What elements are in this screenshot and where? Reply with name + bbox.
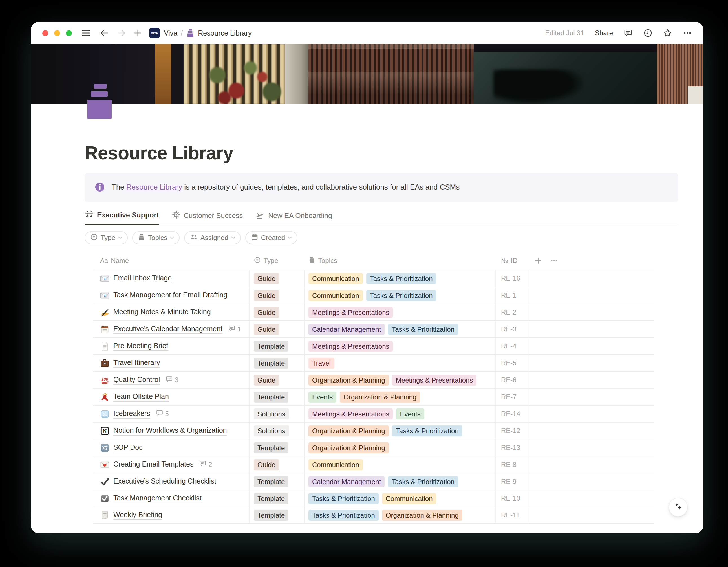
- row-id[interactable]: RE-13: [496, 440, 528, 456]
- topic-tag[interactable]: Meetings & Presentations: [392, 375, 476, 386]
- type-cell[interactable]: Template: [250, 440, 305, 456]
- row-title-link[interactable]: SOP Doc: [113, 443, 143, 453]
- row-title-link[interactable]: Travel Itinerary: [113, 359, 160, 368]
- minimize-window-button[interactable]: [54, 30, 60, 36]
- row-title-link[interactable]: Email Inbox Triage: [113, 274, 172, 283]
- zoom-window-button[interactable]: [66, 30, 72, 36]
- type-cell[interactable]: Guide: [250, 456, 305, 473]
- table-row[interactable]: Weekly Briefing Template Tasks & Priorit…: [93, 507, 654, 524]
- row-title-link[interactable]: Weekly Briefing: [113, 511, 162, 520]
- row-title-link[interactable]: Notion for Workflows & Organization: [113, 426, 227, 436]
- topic-tag[interactable]: Tasks & Prioritization: [308, 493, 379, 504]
- row-id[interactable]: RE-1: [496, 287, 528, 304]
- topic-tag[interactable]: Organization & Planning: [308, 442, 389, 453]
- table-row[interactable]: E Email Inbox Triage Guide Communication…: [93, 270, 654, 287]
- topic-tag[interactable]: Tasks & Prioritization: [366, 273, 436, 284]
- row-title-link[interactable]: Task Management Checklist: [113, 494, 202, 503]
- topics-cell[interactable]: Meetings & PresentationsEvents: [305, 406, 496, 422]
- topic-tag[interactable]: Tasks & Prioritization: [392, 425, 462, 436]
- table-options-icon[interactable]: [550, 257, 558, 264]
- topics-cell[interactable]: CommunicationTasks & Prioritization: [305, 270, 496, 287]
- filter-created[interactable]: Created: [245, 231, 297, 244]
- row-id[interactable]: RE-7: [496, 389, 528, 405]
- forward-arrow-icon[interactable]: [117, 29, 125, 37]
- topic-tag[interactable]: Communication: [308, 459, 363, 470]
- topics-cell[interactable]: EventsOrganization & Planning: [305, 389, 496, 405]
- type-cell[interactable]: Template: [250, 507, 305, 523]
- type-tag[interactable]: Template: [254, 476, 288, 487]
- type-cell[interactable]: Template: [250, 389, 305, 405]
- topic-tag[interactable]: Tasks & Prioritization: [388, 324, 458, 335]
- sidebar-toggle-icon[interactable]: [82, 30, 91, 36]
- topic-tag[interactable]: Organization & Planning: [340, 392, 420, 403]
- type-cell[interactable]: Guide: [250, 287, 305, 304]
- topic-tag[interactable]: Organization & Planning: [382, 510, 462, 521]
- share-button[interactable]: Share: [595, 29, 613, 37]
- row-id[interactable]: RE-8: [496, 456, 528, 473]
- type-tag[interactable]: Template: [254, 392, 288, 403]
- topics-cell[interactable]: Meetings & Presentations: [305, 304, 496, 321]
- column-header-name[interactable]: Aa Name: [93, 251, 250, 270]
- topics-cell[interactable]: Organization & Planning: [305, 440, 496, 456]
- topics-cell[interactable]: Calendar ManagementTasks & Prioritizatio…: [305, 321, 496, 338]
- resource-library-link[interactable]: Resource Library: [126, 183, 182, 191]
- row-title-link[interactable]: Executive’s Scheduling Checklist: [113, 477, 216, 486]
- type-tag[interactable]: Solutions: [254, 409, 289, 420]
- topics-cell[interactable]: Tasks & PrioritizationOrganization & Pla…: [305, 507, 496, 523]
- row-title-link[interactable]: Meeting Notes & Minute Taking: [113, 308, 211, 317]
- table-row[interactable]: Icebreakers 5 Solutions Meetings & Prese…: [93, 405, 654, 422]
- table-row[interactable]: Travel Itinerary Template Travel RE-5: [93, 354, 654, 371]
- row-title-link[interactable]: Quality Control: [113, 376, 160, 385]
- topics-cell[interactable]: Tasks & PrioritizationCommunication: [305, 490, 496, 507]
- type-tag[interactable]: Template: [254, 493, 288, 504]
- row-id[interactable]: RE-9: [496, 473, 528, 490]
- type-tag[interactable]: Guide: [254, 290, 279, 301]
- new-tab-plus-icon[interactable]: [134, 29, 142, 37]
- topic-tag[interactable]: Communication: [308, 273, 363, 284]
- column-header-id[interactable]: № ID: [496, 251, 528, 270]
- type-tag[interactable]: Guide: [254, 273, 279, 284]
- row-title-link[interactable]: Icebreakers: [113, 409, 150, 419]
- row-id[interactable]: RE-3: [496, 321, 528, 338]
- type-cell[interactable]: Template: [250, 490, 305, 507]
- comment-badge[interactable]: 2: [199, 460, 212, 469]
- type-tag[interactable]: Guide: [254, 459, 279, 470]
- type-tag[interactable]: Guide: [254, 375, 279, 386]
- row-id[interactable]: RE-11: [496, 507, 528, 523]
- table-row[interactable]: N Notion for Workflows & Organization So…: [93, 422, 654, 439]
- add-column-plus-icon[interactable]: [535, 257, 542, 264]
- comment-badge[interactable]: 1: [228, 325, 241, 334]
- topic-tag[interactable]: Calendar Management: [308, 476, 385, 487]
- type-tag[interactable]: Guide: [254, 324, 279, 335]
- row-title-link[interactable]: Team Offsite Plan: [113, 392, 169, 402]
- row-title-link[interactable]: Pre-Meeting Brief: [113, 342, 168, 351]
- topics-cell[interactable]: Communication: [305, 456, 496, 473]
- topics-cell[interactable]: Organization & PlanningMeetings & Presen…: [305, 372, 496, 388]
- topic-tag[interactable]: Meetings & Presentations: [308, 307, 393, 318]
- topic-tag[interactable]: Organization & Planning: [308, 425, 389, 436]
- history-clock-icon[interactable]: [643, 28, 652, 37]
- topics-cell[interactable]: Meetings & Presentations: [305, 338, 496, 354]
- topics-cell[interactable]: CommunicationTasks & Prioritization: [305, 287, 496, 304]
- type-tag[interactable]: Template: [254, 358, 288, 369]
- type-tag[interactable]: Template: [254, 510, 288, 521]
- topic-tag[interactable]: Travel: [308, 358, 334, 369]
- type-tag[interactable]: Solutions: [254, 425, 289, 436]
- row-id[interactable]: RE-16: [496, 270, 528, 287]
- tab-executive-support[interactable]: Executive Support: [85, 210, 159, 225]
- row-id[interactable]: RE-2: [496, 304, 528, 321]
- topics-cell[interactable]: Calendar ManagementTasks & Prioritizatio…: [305, 473, 496, 490]
- table-row[interactable]: E Task Management for Email Drafting Gui…: [93, 287, 654, 304]
- breadcrumb-page[interactable]: Resource Library: [198, 29, 252, 37]
- row-id[interactable]: RE-4: [496, 338, 528, 354]
- type-cell[interactable]: Guide: [250, 321, 305, 338]
- topic-tag[interactable]: Communication: [308, 290, 363, 301]
- topic-tag[interactable]: Meetings & Presentations: [308, 341, 393, 352]
- back-arrow-icon[interactable]: [100, 29, 109, 37]
- topic-tag[interactable]: Organization & Planning: [308, 375, 389, 386]
- topics-cell[interactable]: Travel: [305, 355, 496, 371]
- type-cell[interactable]: Solutions: [250, 423, 305, 439]
- breadcrumb-workspace[interactable]: Viva: [164, 29, 177, 37]
- workspace-logo[interactable]: VIVA: [149, 28, 160, 38]
- type-cell[interactable]: Template: [250, 355, 305, 371]
